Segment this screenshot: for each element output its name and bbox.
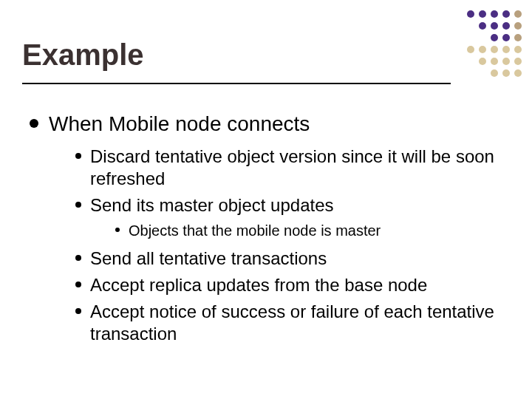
bullet-l1: When Mobile node connects Discard tentat… [28,111,510,345]
slide-title: Example [22,38,144,72]
slide-body: When Mobile node connects Discard tentat… [28,111,510,355]
bullet-l2-text: Accept replica updates from the base nod… [90,275,427,295]
bullet-l2: Discard tentative object version since i… [72,146,510,190]
bullet-l1-text: When Mobile node connects [49,112,310,135]
corner-decoration [467,10,522,81]
bullet-l2-text: Send its master object updates [90,195,334,215]
slide: Example When Mobile node connects Discar… [0,0,532,399]
bullet-l2-text: Send all tentative transactions [90,248,327,268]
bullet-l3-text: Objects that the mobile node is master [129,222,381,239]
title-underline [22,83,451,84]
bullet-l2: Accept notice of success or failure of e… [72,301,510,345]
bullet-l2: Send its master object updates Objects t… [72,194,510,240]
bullet-l2-text: Discard tentative object version since i… [90,146,494,188]
bullet-l2-text: Accept notice of success or failure of e… [90,301,494,344]
bullet-l3: Objects that the mobile node is master [112,221,510,240]
bullet-l2: Accept replica updates from the base nod… [72,274,510,296]
bullet-l2: Send all tentative transactions [72,248,510,270]
